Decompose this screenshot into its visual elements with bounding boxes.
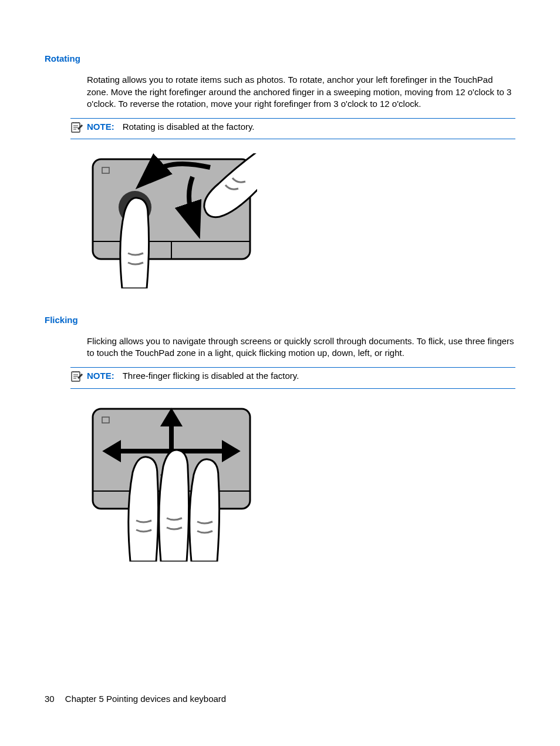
figure-rotating xyxy=(87,153,515,291)
note-label: NOTE: xyxy=(87,121,114,133)
note-flicking: NOTE: Three-finger flicking is disabled … xyxy=(70,367,515,388)
note-icon xyxy=(70,122,83,136)
note-label: NOTE: xyxy=(87,370,114,382)
note-text: Three-finger flicking is disabled at the… xyxy=(123,370,299,382)
page-footer: 30 Chapter 5 Pointing devices and keyboa… xyxy=(45,693,226,705)
body-flicking: Flicking allows you to navigate through … xyxy=(87,335,515,359)
page-number: 30 xyxy=(45,694,55,704)
heading-flicking: Flicking xyxy=(45,314,515,326)
body-rotating: Rotating allows you to rotate items such… xyxy=(87,74,515,110)
figure-flicking xyxy=(87,403,515,564)
heading-rotating: Rotating xyxy=(45,53,515,65)
note-rotating: NOTE: Rotating is disabled at the factor… xyxy=(70,118,515,139)
note-text: Rotating is disabled at the factory. xyxy=(123,121,255,133)
chapter-title: Chapter 5 Pointing devices and keyboard xyxy=(65,694,226,704)
note-icon xyxy=(70,371,83,385)
